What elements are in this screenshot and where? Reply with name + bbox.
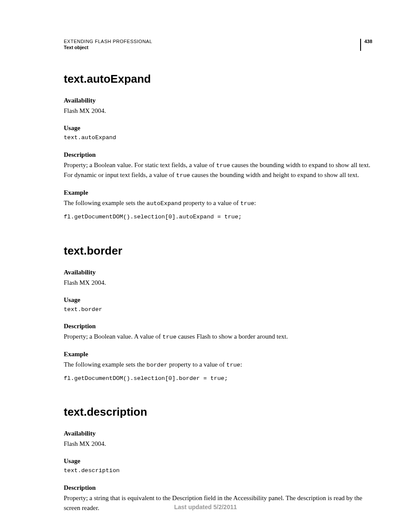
desc-code2: true (176, 172, 190, 179)
availability-block: Availability Flash MX 2004. (64, 269, 372, 288)
availability-text: Flash MX 2004. (64, 439, 372, 449)
usage-code: text.description (64, 467, 372, 475)
example-text: The following example sets the autoExpan… (64, 198, 372, 208)
description-block: Description Property; a Boolean value. F… (64, 151, 372, 181)
availability-label: Availability (64, 430, 372, 437)
description-text: Property; a Boolean value. For static te… (64, 160, 372, 181)
section-title: text.description (64, 405, 372, 419)
description-label: Description (64, 151, 372, 159)
doc-subtitle: Text object (64, 45, 152, 50)
page-number-wrap: 438 (360, 39, 372, 51)
page-content: EXTENDING FLASH PROFESSIONAL Text object… (0, 0, 411, 513)
section-border: text.border Availability Flash MX 2004. … (64, 244, 372, 383)
section-title: text.autoExpand (64, 72, 372, 86)
availability-block: Availability Flash MX 2004. (64, 430, 372, 449)
example-text: The following example sets the border pr… (64, 360, 372, 370)
example-code: fl.getDocumentDOM().selection[0].autoExp… (64, 213, 372, 221)
example-code: fl.getDocumentDOM().selection[0].border … (64, 374, 372, 383)
usage-block: Usage text.autoExpand (64, 124, 372, 142)
ex-prop: border (146, 362, 168, 368)
ex-prop: autoExpand (146, 200, 181, 207)
desc-code1: true (216, 162, 230, 169)
usage-block: Usage text.description (64, 457, 372, 475)
availability-label: Availability (64, 269, 372, 276)
ex-post: : (254, 199, 256, 206)
example-label: Example (64, 351, 372, 358)
description-text: Property; a Boolean value. A value of tr… (64, 332, 372, 342)
usage-label: Usage (64, 124, 372, 132)
description-label: Description (64, 484, 372, 492)
section-description: text.description Availability Flash MX 2… (64, 405, 372, 513)
ex-post: : (240, 361, 242, 368)
header-left: EXTENDING FLASH PROFESSIONAL Text object (64, 39, 152, 50)
example-block: Example The following example sets the b… (64, 351, 372, 383)
usage-block: Usage text.border (64, 296, 372, 314)
desc-pre: Property; a Boolean value. A value of (64, 333, 162, 340)
usage-label: Usage (64, 296, 372, 304)
ex-mid: property to a value of (168, 361, 227, 368)
availability-label: Availability (64, 97, 372, 104)
description-block: Description Property; a Boolean value. A… (64, 323, 372, 342)
section-auto-expand: text.autoExpand Availability Flash MX 20… (64, 72, 372, 222)
usage-label: Usage (64, 457, 372, 465)
desc-post: causes Flash to show a border around tex… (177, 333, 288, 340)
footer-updated: Last updated 5/2/2011 (0, 504, 411, 510)
availability-text: Flash MX 2004. (64, 278, 372, 288)
example-label: Example (64, 189, 372, 196)
desc-pre: Property; a Boolean value. For static te… (64, 162, 216, 168)
example-block: Example The following example sets the a… (64, 189, 372, 221)
usage-code: text.border (64, 305, 372, 314)
desc-code1: true (162, 334, 176, 340)
usage-code: text.autoExpand (64, 134, 372, 142)
availability-block: Availability Flash MX 2004. (64, 97, 372, 116)
ex-pre: The following example sets the (64, 361, 146, 368)
ex-pre: The following example sets the (64, 199, 146, 206)
ex-val: true (226, 362, 240, 368)
page-header: EXTENDING FLASH PROFESSIONAL Text object… (64, 39, 372, 51)
desc-post: causes the bounding width and height to … (190, 171, 359, 178)
ex-val: true (240, 200, 254, 207)
page-number: 438 (364, 39, 372, 44)
section-title: text.border (64, 244, 372, 258)
availability-text: Flash MX 2004. (64, 106, 372, 116)
ex-mid: property to a value of (181, 199, 240, 206)
doc-title: EXTENDING FLASH PROFESSIONAL (64, 39, 152, 44)
description-label: Description (64, 323, 372, 330)
